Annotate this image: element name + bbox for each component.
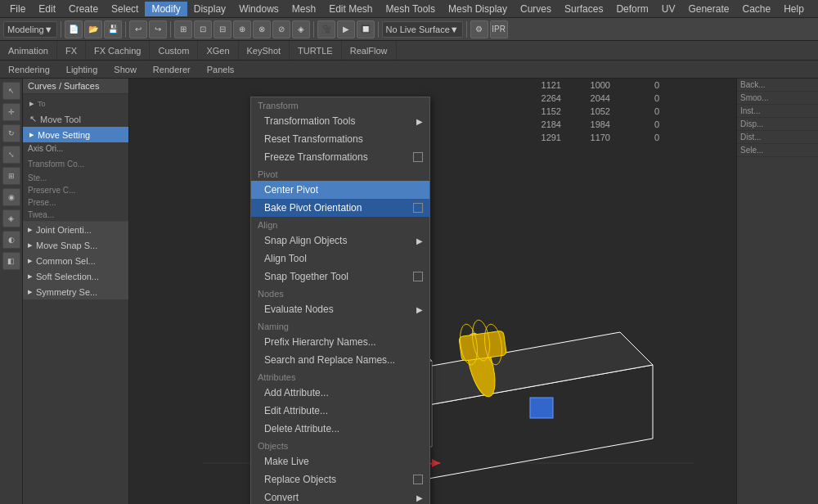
menu-edit-mesh[interactable]: Edit Mesh xyxy=(322,2,379,16)
toolbar-camera[interactable]: 🎥 xyxy=(317,20,335,38)
icon-rotate-tool[interactable]: ↻ xyxy=(2,124,20,142)
toolbar-new[interactable]: 📄 xyxy=(65,20,83,38)
icon-scale-tool[interactable]: ⤡ xyxy=(2,146,20,164)
right-panel-item-1: Smoo... xyxy=(737,92,818,105)
toolbar-snap-point[interactable]: ⊘ xyxy=(272,20,290,38)
tab-rendering-btn[interactable]: Rendering xyxy=(3,63,55,76)
item-evaluate-nodes[interactable]: Evaluate Nodes ▶ xyxy=(251,300,429,318)
icon-sculpt[interactable]: ◈ xyxy=(2,209,20,227)
move-settings-item[interactable]: ▸ Move Setting xyxy=(23,127,128,142)
toolbar-render[interactable]: ▶ xyxy=(337,20,355,38)
icon-move-tool[interactable]: ✛ xyxy=(2,103,20,121)
freeze-checkbox[interactable] xyxy=(413,152,423,162)
item-align-tool[interactable]: Align Tool xyxy=(251,250,429,268)
tab-realflow[interactable]: RealFlow xyxy=(342,41,397,60)
tab-turtle[interactable]: TURTLE xyxy=(290,41,342,60)
menu-mesh-display[interactable]: Mesh Display xyxy=(442,2,514,16)
icon-component-mode[interactable]: ◧ xyxy=(2,252,20,270)
item-delete-attribute[interactable]: Delete Attribute... xyxy=(251,420,429,438)
menu-generate[interactable]: Generate xyxy=(681,2,735,16)
tab-renderer-btn[interactable]: Renderer xyxy=(148,63,196,76)
tab-rendering[interactable]: Animation xyxy=(0,41,57,60)
menu-display[interactable]: Display xyxy=(187,2,232,16)
toolbar-save[interactable]: 💾 xyxy=(104,20,122,38)
item-bake-pivot[interactable]: Bake Pivot Orientation xyxy=(251,199,429,217)
live-surface-dropdown[interactable]: No Live Surface ▼ xyxy=(382,21,463,38)
accordion-symmetry[interactable]: ▸ Symmetry Se... xyxy=(23,284,128,299)
item-replace-objects[interactable]: Replace Objects xyxy=(251,470,429,488)
item-add-attribute[interactable]: Add Attribute... xyxy=(251,384,429,402)
workspace-dropdown[interactable]: Modeling ▼ xyxy=(3,21,57,38)
right-panel-item-5: Sele... xyxy=(737,144,818,157)
menu-create[interactable]: Create xyxy=(62,2,105,16)
arrow-icon-4: ▶ xyxy=(416,493,423,502)
secondary-tabs: Animation FX FX Caching Custom XGen KeyS… xyxy=(0,41,818,61)
tab-fx[interactable]: FX xyxy=(57,41,86,60)
tweak-label: Twea... xyxy=(23,209,128,221)
viewport-3d[interactable]: 1121 1000 0 2264 2044 0 1152 1052 0 2184… xyxy=(129,79,736,504)
accordion-container: ▸ Joint Orienti... ▸ Move Snap S... ▸ Co… xyxy=(23,221,128,299)
tab-show-btn[interactable]: Show xyxy=(109,63,142,76)
menu-help[interactable]: Help xyxy=(777,2,811,16)
move-tool-item[interactable]: ↖ Move Tool xyxy=(23,111,128,127)
menu-edit[interactable]: Edit xyxy=(32,2,62,16)
item-snap-together-tool[interactable]: Snap Together Tool xyxy=(251,268,429,286)
menu-mesh[interactable]: Mesh xyxy=(285,2,322,16)
toolbar-paint[interactable]: ⊟ xyxy=(213,20,231,38)
menu-curves[interactable]: Curves xyxy=(514,2,558,16)
tab-lighting-btn[interactable]: Lighting xyxy=(61,63,103,76)
snap-checkbox[interactable] xyxy=(413,272,423,281)
menu-mesh-tools[interactable]: Mesh Tools xyxy=(380,2,442,16)
toolbar-redo[interactable]: ↪ xyxy=(149,20,167,38)
bake-checkbox[interactable] xyxy=(413,203,423,213)
item-make-live[interactable]: Make Live xyxy=(251,452,429,470)
toolbar-undo[interactable]: ↩ xyxy=(129,20,147,38)
toolbar-open[interactable]: 📂 xyxy=(84,20,102,38)
accordion-joint[interactable]: ▸ Joint Orienti... xyxy=(23,222,128,237)
item-freeze-transformations[interactable]: Freeze Transformations xyxy=(251,148,429,166)
toolbar-ipr2[interactable]: IPR xyxy=(490,20,508,38)
toolbar-lasso[interactable]: ⊡ xyxy=(194,20,212,38)
item-prefix-hierarchy[interactable]: Prefix Hierarchy Names... xyxy=(251,333,429,351)
item-center-pivot[interactable]: Center Pivot xyxy=(251,181,429,199)
item-transformation-tools[interactable]: Transformation Tools ▶ xyxy=(251,112,429,130)
toolbar-snap-surface[interactable]: ◈ xyxy=(292,20,310,38)
accordion-snap[interactable]: ▸ Move Snap S... xyxy=(23,237,128,253)
renderer-row: Rendering Lighting Show Renderer Panels xyxy=(0,61,818,79)
toolbar-render-settings[interactable]: ⚙ xyxy=(470,20,488,38)
toolbar-snap-curve[interactable]: ⊗ xyxy=(253,20,271,38)
right-panel: Back... Smoo... Inst... Disp... Dist... … xyxy=(736,79,818,504)
icon-soft-mod[interactable]: ◉ xyxy=(2,188,20,206)
modify-dropdown-menu: Transform Transformation Tools ▶ Reset T… xyxy=(250,97,430,504)
tool-tab[interactable]: ▸ To xyxy=(23,96,128,111)
menu-cache[interactable]: Cache xyxy=(735,2,777,16)
tab-fx-caching[interactable]: FX Caching xyxy=(86,41,150,60)
icon-universal-tool[interactable]: ⊞ xyxy=(2,167,20,185)
tab-panels-btn[interactable]: Panels xyxy=(202,63,240,76)
menu-windows[interactable]: Windows xyxy=(232,2,285,16)
icon-show-hide[interactable]: ◐ xyxy=(2,231,20,249)
item-snap-align-objects[interactable]: Snap Align Objects ▶ xyxy=(251,232,429,250)
menu-file[interactable]: File xyxy=(3,2,32,16)
tab-xgen[interactable]: XGen xyxy=(198,41,238,60)
transform-co-label: Transform Co... xyxy=(23,156,128,172)
toolbar-select[interactable]: ⊞ xyxy=(174,20,192,38)
menu-surfaces[interactable]: Surfaces xyxy=(558,2,609,16)
accordion-soft[interactable]: ▸ Soft Selection... xyxy=(23,268,128,284)
item-reset-transformations[interactable]: Reset Transformations xyxy=(251,130,429,148)
item-convert[interactable]: Convert ▶ xyxy=(251,488,429,504)
separator-6 xyxy=(466,21,467,38)
menu-deform[interactable]: Deform xyxy=(609,2,654,16)
item-edit-attribute[interactable]: Edit Attribute... xyxy=(251,402,429,420)
item-search-replace[interactable]: Search and Replace Names... xyxy=(251,351,429,369)
tab-custom[interactable]: Custom xyxy=(150,41,198,60)
toolbar-ipr[interactable]: 🔲 xyxy=(357,20,375,38)
accordion-common[interactable]: ▸ Common Sel... xyxy=(23,253,128,268)
icon-select-tool[interactable]: ↖ xyxy=(2,82,20,100)
menu-select[interactable]: Select xyxy=(105,2,145,16)
menu-modify[interactable]: Modify xyxy=(145,2,187,16)
tab-keyshot[interactable]: KeyShot xyxy=(239,41,290,60)
toolbar-snap-grid[interactable]: ⊕ xyxy=(233,20,251,38)
menu-uv[interactable]: UV xyxy=(655,2,682,16)
replace-checkbox[interactable] xyxy=(413,475,423,484)
